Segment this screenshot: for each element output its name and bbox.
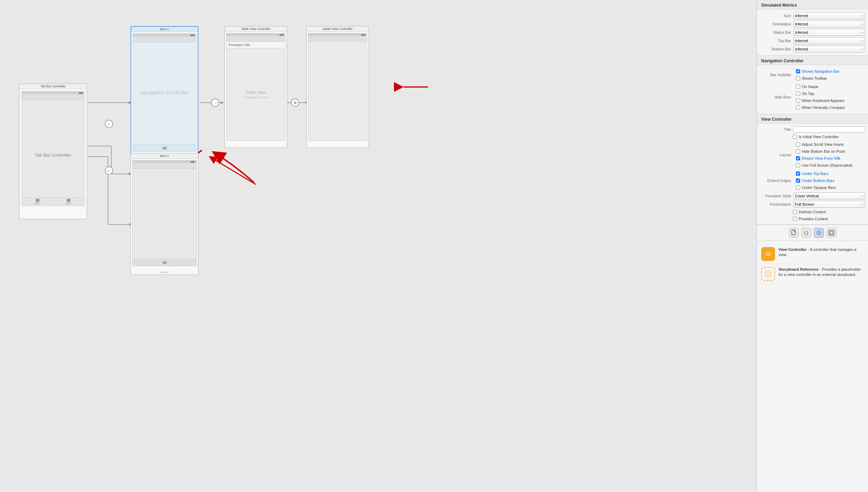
on-swipe-row: On Swipe: [793, 83, 865, 90]
toolbar-icon-size-inspector[interactable]: [827, 228, 836, 238]
transition-style-select-wrapper[interactable]: Cover Vertical: [793, 192, 865, 199]
status-bar-row: Status Bar Inferred: [757, 28, 868, 37]
item2-battery: [191, 161, 195, 163]
toolbar-icon-document[interactable]: [789, 228, 799, 238]
use-full-screen-checkbox[interactable]: [796, 163, 800, 167]
is-initial-checkbox[interactable]: [793, 135, 797, 139]
bar-visibility-label: Bar Visibility: [760, 73, 791, 77]
right-panel: Simulated Metrics Size Inferred Orientat…: [757, 0, 868, 492]
canvas-area[interactable]: → ⊞ ⊃ ⊃: [0, 0, 757, 492]
resize-view-checkbox[interactable]: [796, 156, 800, 160]
shows-nav-bar-row: Shows Navigation Bar: [793, 68, 865, 75]
when-vertically-compact-checkbox[interactable]: [796, 105, 800, 110]
size-select[interactable]: Inferred: [793, 12, 865, 19]
under-opaque-bars-row: Under Opaque Bars: [793, 184, 865, 191]
provides-context-label: Provides Context: [799, 217, 828, 221]
tab-icon-2: [67, 199, 70, 202]
svg-point-32: [818, 232, 820, 233]
provides-context-checkbox[interactable]: [793, 217, 797, 221]
svg-point-16: [291, 99, 299, 106]
nav-bottom-icon: [163, 147, 167, 150]
shows-toolbar-label: Shows Toolbar: [802, 76, 827, 80]
provides-context-row: Provides Context: [790, 215, 868, 222]
detail-content: [308, 42, 367, 141]
bottom-bar-select-wrapper[interactable]: Inferred: [793, 46, 865, 53]
detail-navbar: [308, 36, 367, 42]
detail-view-controller-box[interactable]: Detail View Controller: [306, 26, 369, 148]
tab-icon-1: [36, 199, 39, 202]
svg-point-22: [105, 167, 113, 174]
presentation-select[interactable]: Full Screen: [793, 201, 865, 208]
status-bar-select[interactable]: Inferred: [793, 29, 865, 36]
adjust-scroll-row: Adjust Scroll View Insets: [793, 141, 865, 148]
tab-label-2: Item 2: [66, 203, 72, 205]
svg-rect-30: [792, 230, 795, 235]
top-bar-select[interactable]: Inferred: [793, 37, 865, 44]
when-keyboard-checkbox[interactable]: [796, 98, 800, 103]
size-label: Size: [760, 14, 791, 18]
shows-nav-bar-checkbox[interactable]: [796, 69, 800, 73]
detail-battery: [361, 34, 365, 36]
nav-navbar: [133, 37, 196, 42]
table-view-controller-box[interactable]: Table View Controller Prototype Cells Ta…: [224, 26, 287, 148]
svg-text:⊞: ⊞: [294, 101, 297, 105]
transition-style-select[interactable]: Cover Vertical: [793, 192, 865, 199]
hide-bottom-bar-checkbox[interactable]: [796, 149, 800, 153]
hide-bottom-bar-label: Hide Bottom Bar on Push: [802, 149, 845, 153]
size-select-wrapper[interactable]: Inferred: [793, 12, 865, 19]
title-input[interactable]: [793, 126, 865, 133]
under-top-bars-label: Under Top Bars: [802, 172, 828, 176]
svg-text:⊃: ⊃: [107, 122, 110, 126]
bottom-bar-row: Bottom Bar Inferred: [757, 45, 868, 53]
orientation-select[interactable]: Inferred: [793, 21, 865, 27]
orientation-select-wrapper[interactable]: Inferred: [793, 21, 865, 27]
under-top-bars-checkbox[interactable]: [796, 172, 800, 176]
bottom-bar-select[interactable]: Inferred: [793, 46, 865, 53]
on-swipe-checkbox[interactable]: [796, 85, 800, 89]
bottom-toolbar: {}: [757, 225, 868, 240]
layout-label: Layout: [760, 153, 791, 157]
when-vertically-compact-label: When Vertically Compact: [802, 105, 845, 110]
status-bar-label: Status Bar: [760, 30, 791, 34]
status-bar-select-wrapper[interactable]: Inferred: [793, 29, 865, 36]
top-bar-row: Top Bar Inferred: [757, 37, 868, 45]
svg-rect-33: [829, 230, 834, 235]
extend-edges-checkboxes: Under Top Bars Under Bottom Bars Under O…: [793, 170, 865, 191]
is-initial-row: Is Initial View Controller: [790, 133, 868, 140]
under-bottom-bars-checkbox[interactable]: [796, 178, 800, 183]
tab-item-1: Item 1: [34, 199, 40, 205]
canvas-svg: → ⊞ ⊃ ⊃: [0, 0, 757, 492]
nav-bar: [22, 94, 84, 100]
on-tap-checkbox[interactable]: [796, 92, 800, 96]
nav-controller-box[interactable]: Item 1 Navigation Controller Item 1: [131, 26, 198, 158]
prototype-cells-label: Prototype Cells: [227, 42, 285, 48]
transition-style-row: Transition Style Cover Vertical: [757, 192, 868, 200]
toolbar-icon-curly[interactable]: {}: [802, 228, 811, 238]
table-view-label: Table View: [246, 90, 266, 95]
under-opaque-bars-checkbox[interactable]: [796, 185, 800, 190]
nav-bottom-bar: [133, 144, 196, 151]
svg-rect-38: [765, 271, 771, 277]
presentation-select-wrapper[interactable]: Full Screen: [793, 201, 865, 208]
adjust-scroll-checkbox[interactable]: [796, 142, 800, 146]
storyboard-reference-title: Storyboard Reference: [779, 267, 819, 271]
presentation-value-wrapper: Full Screen: [793, 201, 865, 208]
tab-bar-controller-box[interactable]: Tab Bar Controller Item 1 Item 2 Tab Bar…: [19, 84, 87, 219]
nav-controller-header: Navigation Controller: [757, 56, 868, 65]
item2-box[interactable]: Item 2 Item 2: [131, 153, 198, 275]
tab-label-1: Item 1: [34, 203, 40, 205]
title-label: Title: [760, 127, 791, 132]
shows-toolbar-checkbox[interactable]: [796, 76, 800, 80]
orientation-row: Orientation Inferred: [757, 20, 868, 28]
when-keyboard-label: When Keyboard Appears: [802, 98, 844, 103]
presentation-label: Presentation: [760, 202, 791, 206]
tab-item-2: Item 2: [66, 199, 72, 205]
top-bar-select-wrapper[interactable]: Inferred: [793, 37, 865, 44]
extend-edges-row: Extend Edges Under Top Bars Under Bottom…: [757, 169, 868, 192]
view-controller-body: Title Is Initial View Controller Layout …: [757, 124, 868, 225]
nav-top-bar: [133, 34, 196, 37]
toolbar-icon-identity[interactable]: [814, 228, 824, 238]
view-controller-section-header: View Controller: [757, 114, 868, 124]
defines-context-checkbox[interactable]: [793, 210, 797, 214]
top-bar-value-wrapper: Inferred: [793, 37, 865, 44]
